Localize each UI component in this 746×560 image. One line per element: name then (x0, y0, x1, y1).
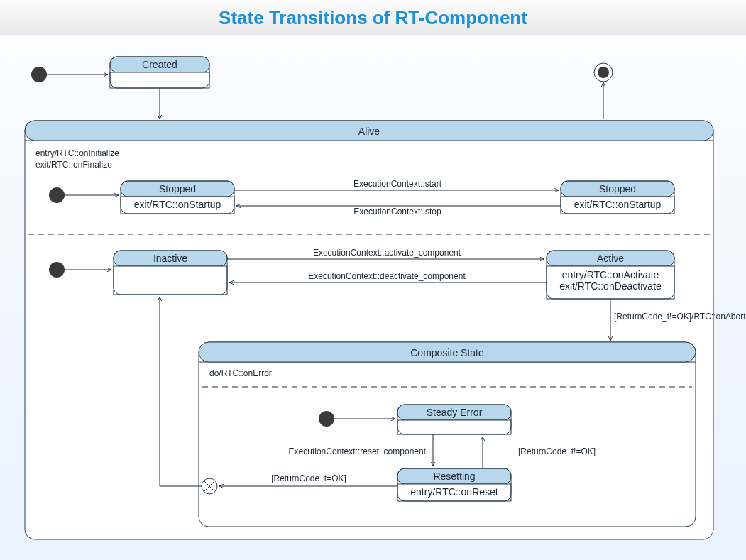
label-start: ExecutionContext::start (353, 179, 442, 189)
svg-text:entry/RTC::onActivate: entry/RTC::onActivate (562, 269, 659, 280)
label-aborting: [ReturnCode_t!=OK]/RTC::onAborting (614, 312, 746, 322)
svg-text:exit/RTC::onStartup: exit/RTC::onStartup (134, 199, 221, 210)
initial-node-top (31, 67, 47, 82)
label-activate: ExecutionContext::activate_component (313, 248, 461, 258)
page-title: State Transitions of RT-Component (219, 7, 527, 29)
svg-text:exit/RTC::onStartup: exit/RTC::onStartup (574, 199, 662, 210)
svg-text:Resetting: Resetting (433, 471, 475, 482)
svg-text:Composite State: Composite State (410, 347, 484, 358)
svg-rect-37 (397, 420, 511, 434)
svg-text:entry/RTC::onReset: entry/RTC::onReset (410, 486, 498, 498)
state-diagram: Created Alive entry/RTC::onInitialize ex… (0, 35, 746, 560)
state-stopped-left: Stopped exit/RTC::onStartup (121, 181, 234, 214)
exit-point (202, 478, 217, 494)
svg-rect-22 (114, 266, 227, 295)
state-steady-error: Steady Error (397, 405, 511, 434)
svg-point-5 (598, 67, 609, 78)
svg-text:exit/RTC::onDeactivate: exit/RTC::onDeactivate (559, 280, 662, 292)
state-active: Active entry/RTC::onActivate exit/RTC::o… (547, 251, 674, 299)
label-retcode-eq: [ReturnCode_t=OK] (271, 473, 346, 483)
state-stopped-right: Stopped exit/RTC::onStartup (561, 181, 674, 214)
state-inactive: Inactive (114, 251, 227, 295)
svg-text:Steady Error: Steady Error (427, 407, 483, 418)
svg-text:Alive: Alive (358, 126, 380, 137)
svg-text:Stopped: Stopped (159, 183, 196, 194)
initial-node-composite (319, 411, 334, 427)
label-stop: ExecutionContext::stop (353, 207, 441, 216)
svg-text:Inactive: Inactive (153, 253, 187, 264)
svg-text:Stopped: Stopped (599, 183, 636, 194)
label-reset-component: ExecutionContext::reset_component (289, 446, 427, 456)
svg-text:Active: Active (597, 253, 624, 264)
svg-rect-1 (110, 72, 209, 88)
initial-node-lower (49, 262, 65, 278)
svg-text:do/RTC::onError: do/RTC::onError (209, 368, 272, 378)
title-bar: State Transitions of RT-Component (0, 0, 746, 35)
state-created: Created (110, 57, 209, 88)
final-node (594, 63, 613, 82)
svg-text:exit/RTC::onFinalize: exit/RTC::onFinalize (35, 160, 112, 170)
svg-text:entry/RTC::onInitialize: entry/RTC::onInitialize (35, 148, 119, 158)
initial-node-upper (49, 187, 65, 203)
svg-text:Created: Created (142, 59, 177, 70)
state-resetting: Resetting entry/RTC::onReset (397, 468, 511, 501)
label-deactivate: ExecutionContext::deactivate_component (308, 271, 466, 281)
label-retcode-ne: [ReturnCode_t!=OK] (518, 446, 596, 456)
